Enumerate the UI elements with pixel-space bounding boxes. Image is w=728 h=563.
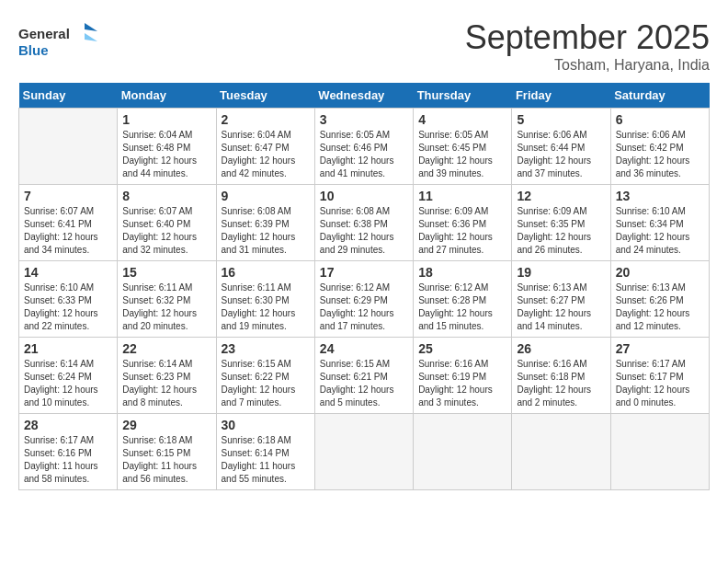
day-info: Sunrise: 6:04 AMSunset: 6:47 PMDaylight:… [222, 129, 310, 180]
calendar-cell: 5Sunrise: 6:06 AMSunset: 6:44 PMDaylight… [512, 109, 610, 185]
day-info: Sunrise: 6:16 AMSunset: 6:18 PMDaylight:… [517, 358, 605, 409]
day-number: 14 [24, 265, 112, 280]
location: Tosham, Haryana, India [465, 57, 710, 74]
calendar-cell: 23Sunrise: 6:15 AMSunset: 6:22 PMDayligh… [216, 338, 314, 414]
day-info: Sunrise: 6:10 AMSunset: 6:33 PMDaylight:… [24, 282, 112, 333]
day-number: 6 [616, 112, 704, 127]
calendar-cell: 18Sunrise: 6:12 AMSunset: 6:28 PMDayligh… [414, 261, 512, 338]
day-number: 29 [122, 418, 210, 432]
day-info: Sunrise: 6:08 AMSunset: 6:39 PMDaylight:… [222, 205, 310, 257]
day-number: 24 [320, 341, 408, 356]
day-number: 11 [418, 189, 506, 203]
calendar-cell: 29Sunrise: 6:18 AMSunset: 6:15 PMDayligh… [118, 414, 216, 490]
calendar-cell: 1Sunrise: 6:04 AMSunset: 6:48 PMDaylight… [118, 109, 216, 185]
day-info: Sunrise: 6:17 AMSunset: 6:16 PMDaylight:… [24, 434, 112, 486]
calendar-table: SundayMondayTuesdayWednesdayThursdayFrid… [18, 83, 710, 490]
day-number: 16 [222, 265, 310, 280]
calendar-cell [19, 109, 118, 185]
svg-marker-2 [85, 23, 97, 31]
day-info: Sunrise: 6:18 AMSunset: 6:14 PMDaylight:… [222, 434, 310, 486]
day-number: 12 [517, 189, 605, 203]
day-info: Sunrise: 6:14 AMSunset: 6:24 PMDaylight:… [24, 358, 112, 409]
svg-text:General: General [18, 26, 70, 41]
header-row: SundayMondayTuesdayWednesdayThursdayFrid… [19, 83, 710, 109]
calendar-cell: 30Sunrise: 6:18 AMSunset: 6:14 PMDayligh… [216, 414, 314, 490]
calendar-cell: 4Sunrise: 6:05 AMSunset: 6:45 PMDaylight… [414, 109, 512, 185]
calendar-cell: 19Sunrise: 6:13 AMSunset: 6:27 PMDayligh… [512, 261, 610, 338]
week-row-3: 14Sunrise: 6:10 AMSunset: 6:33 PMDayligh… [19, 261, 710, 338]
day-info: Sunrise: 6:05 AMSunset: 6:46 PMDaylight:… [320, 129, 408, 180]
day-number: 30 [222, 418, 310, 432]
day-info: Sunrise: 6:10 AMSunset: 6:34 PMDaylight:… [616, 205, 704, 257]
day-info: Sunrise: 6:05 AMSunset: 6:45 PMDaylight:… [418, 129, 506, 180]
day-number: 26 [517, 341, 605, 356]
header-day-wednesday: Wednesday [314, 83, 413, 109]
calendar-cell: 7Sunrise: 6:07 AMSunset: 6:41 PMDaylight… [19, 185, 118, 261]
day-number: 28 [24, 418, 112, 432]
day-info: Sunrise: 6:04 AMSunset: 6:48 PMDaylight:… [122, 129, 210, 180]
calendar-cell: 17Sunrise: 6:12 AMSunset: 6:29 PMDayligh… [314, 261, 413, 338]
header-day-thursday: Thursday [414, 83, 512, 109]
calendar-cell [414, 414, 512, 490]
day-info: Sunrise: 6:06 AMSunset: 6:42 PMDaylight:… [616, 129, 704, 180]
calendar-cell: 8Sunrise: 6:07 AMSunset: 6:40 PMDaylight… [118, 185, 216, 261]
calendar-cell: 2Sunrise: 6:04 AMSunset: 6:47 PMDaylight… [216, 109, 314, 185]
day-number: 15 [122, 265, 210, 280]
calendar-cell: 24Sunrise: 6:15 AMSunset: 6:21 PMDayligh… [314, 338, 413, 414]
week-row-4: 21Sunrise: 6:14 AMSunset: 6:24 PMDayligh… [19, 338, 710, 414]
day-info: Sunrise: 6:13 AMSunset: 6:27 PMDaylight:… [517, 282, 605, 333]
calendar-cell: 27Sunrise: 6:17 AMSunset: 6:17 PMDayligh… [610, 338, 709, 414]
calendar-cell: 22Sunrise: 6:14 AMSunset: 6:23 PMDayligh… [118, 338, 216, 414]
svg-text:Blue: Blue [18, 42, 49, 58]
day-info: Sunrise: 6:09 AMSunset: 6:36 PMDaylight:… [418, 205, 506, 257]
day-number: 17 [320, 265, 408, 280]
day-info: Sunrise: 6:14 AMSunset: 6:23 PMDaylight:… [122, 358, 210, 409]
logo-svg: General Blue [18, 18, 101, 64]
day-number: 1 [122, 112, 210, 127]
calendar-cell [314, 414, 413, 490]
calendar-cell: 25Sunrise: 6:16 AMSunset: 6:19 PMDayligh… [414, 338, 512, 414]
day-info: Sunrise: 6:18 AMSunset: 6:15 PMDaylight:… [122, 434, 210, 486]
header-day-sunday: Sunday [19, 83, 118, 109]
title-block: September 2025 Tosham, Haryana, India [465, 18, 710, 74]
day-number: 25 [418, 341, 506, 356]
day-info: Sunrise: 6:09 AMSunset: 6:35 PMDaylight:… [517, 205, 605, 257]
calendar-cell [512, 414, 610, 490]
calendar-cell: 6Sunrise: 6:06 AMSunset: 6:42 PMDaylight… [610, 109, 709, 185]
calendar-cell: 11Sunrise: 6:09 AMSunset: 6:36 PMDayligh… [414, 185, 512, 261]
day-number: 10 [320, 189, 408, 203]
day-info: Sunrise: 6:08 AMSunset: 6:38 PMDaylight:… [320, 205, 408, 257]
day-number: 20 [616, 265, 704, 280]
logo: General Blue [18, 18, 101, 64]
week-row-2: 7Sunrise: 6:07 AMSunset: 6:41 PMDaylight… [19, 185, 710, 261]
header-day-friday: Friday [512, 83, 610, 109]
day-number: 3 [320, 112, 408, 127]
day-info: Sunrise: 6:11 AMSunset: 6:32 PMDaylight:… [122, 282, 210, 333]
day-info: Sunrise: 6:16 AMSunset: 6:19 PMDaylight:… [418, 358, 506, 409]
week-row-5: 28Sunrise: 6:17 AMSunset: 6:16 PMDayligh… [19, 414, 710, 490]
svg-marker-3 [85, 33, 97, 41]
day-info: Sunrise: 6:15 AMSunset: 6:22 PMDaylight:… [222, 358, 310, 409]
day-info: Sunrise: 6:12 AMSunset: 6:28 PMDaylight:… [418, 282, 506, 333]
day-number: 4 [418, 112, 506, 127]
day-number: 7 [24, 189, 112, 203]
week-row-1: 1Sunrise: 6:04 AMSunset: 6:48 PMDaylight… [19, 109, 710, 185]
day-number: 27 [616, 341, 704, 356]
day-info: Sunrise: 6:07 AMSunset: 6:40 PMDaylight:… [122, 205, 210, 257]
day-number: 8 [122, 189, 210, 203]
day-number: 19 [517, 265, 605, 280]
day-info: Sunrise: 6:13 AMSunset: 6:26 PMDaylight:… [616, 282, 704, 333]
calendar-cell: 26Sunrise: 6:16 AMSunset: 6:18 PMDayligh… [512, 338, 610, 414]
calendar-cell: 21Sunrise: 6:14 AMSunset: 6:24 PMDayligh… [19, 338, 118, 414]
day-info: Sunrise: 6:07 AMSunset: 6:41 PMDaylight:… [24, 205, 112, 257]
header-day-monday: Monday [118, 83, 216, 109]
page-header: General Blue September 2025 Tosham, Hary… [18, 18, 710, 74]
day-number: 5 [517, 112, 605, 127]
calendar-cell: 14Sunrise: 6:10 AMSunset: 6:33 PMDayligh… [19, 261, 118, 338]
calendar-cell [610, 414, 709, 490]
day-number: 21 [24, 341, 112, 356]
calendar-body: 1Sunrise: 6:04 AMSunset: 6:48 PMDaylight… [19, 109, 710, 490]
calendar-cell: 28Sunrise: 6:17 AMSunset: 6:16 PMDayligh… [19, 414, 118, 490]
calendar-cell: 13Sunrise: 6:10 AMSunset: 6:34 PMDayligh… [610, 185, 709, 261]
calendar-cell: 12Sunrise: 6:09 AMSunset: 6:35 PMDayligh… [512, 185, 610, 261]
